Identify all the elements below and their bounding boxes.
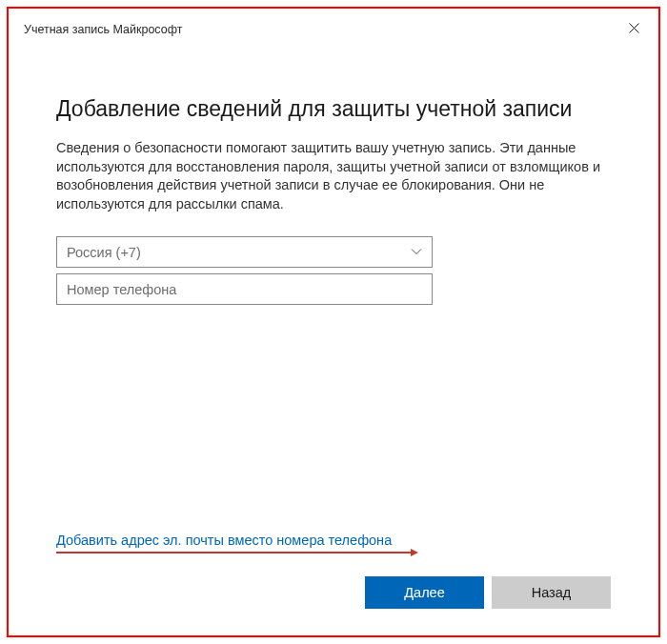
use-email-link[interactable]: Добавить адрес эл. почты вместо номера т… [56,533,392,548]
alternate-link-row: Добавить адрес эл. почты вместо номера т… [9,532,658,549]
window-title: Учетная запись Майкрософт [24,23,182,36]
form-area: Россия (+7) [56,236,433,305]
next-button[interactable]: Далее [365,576,484,609]
annotation-underline [56,552,411,553]
page-heading: Добавление сведений для защиты учетной з… [56,96,611,122]
phone-input[interactable] [56,273,433,305]
titlebar: Учетная запись Майкрософт [9,9,658,49]
chevron-down-icon [411,244,422,261]
country-selected-value: Россия (+7) [67,245,141,260]
back-button[interactable]: Назад [492,576,611,609]
content-area: Добавление сведений для защиты учетной з… [9,49,658,532]
close-button[interactable] [624,20,643,39]
account-dialog: Учетная запись Майкрософт Добавление све… [9,9,658,635]
button-row: Далее Назад [9,553,658,635]
close-icon [629,23,639,36]
country-select[interactable]: Россия (+7) [56,236,433,268]
description-text: Сведения о безопасности помогают защитит… [56,139,611,213]
